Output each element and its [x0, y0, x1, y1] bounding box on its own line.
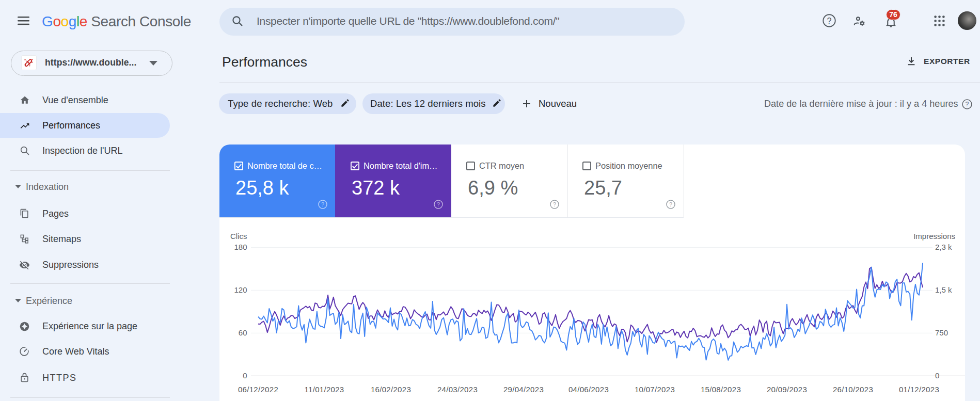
svg-text:26/10/2023: 26/10/2023 — [833, 385, 873, 394]
svg-text:?: ? — [437, 201, 440, 207]
svg-text:?: ? — [553, 201, 556, 207]
svg-text:750: 750 — [935, 328, 948, 337]
svg-text:120: 120 — [234, 285, 247, 294]
svg-text:?: ? — [827, 17, 832, 25]
svg-text:Clics: Clics — [230, 232, 247, 240]
svg-text:?: ? — [669, 201, 672, 207]
svg-text:1,5 k: 1,5 k — [935, 285, 952, 294]
svg-text:10/07/2023: 10/07/2023 — [635, 385, 675, 394]
svg-text:Impressions: Impressions — [913, 232, 955, 240]
svg-text:01/12/2023: 01/12/2023 — [899, 385, 939, 394]
svg-text:06/12/2022: 06/12/2022 — [238, 385, 278, 394]
svg-text:24/03/2023: 24/03/2023 — [437, 385, 478, 394]
svg-text:2,3 k: 2,3 k — [935, 243, 952, 251]
svg-text:04/06/2023: 04/06/2023 — [568, 385, 609, 394]
svg-text:0: 0 — [243, 371, 247, 380]
svg-text:180: 180 — [234, 243, 247, 251]
svg-text:60: 60 — [239, 328, 247, 337]
svg-text:?: ? — [321, 201, 324, 207]
svg-text:0: 0 — [935, 371, 939, 380]
svg-text:29/04/2023: 29/04/2023 — [503, 385, 544, 394]
svg-text:20/09/2023: 20/09/2023 — [767, 385, 807, 394]
svg-text:?: ? — [966, 101, 969, 108]
svg-text:15/08/2023: 15/08/2023 — [701, 385, 741, 394]
svg-text:11/01/2023: 11/01/2023 — [305, 385, 344, 394]
svg-text:16/02/2023: 16/02/2023 — [371, 385, 411, 394]
